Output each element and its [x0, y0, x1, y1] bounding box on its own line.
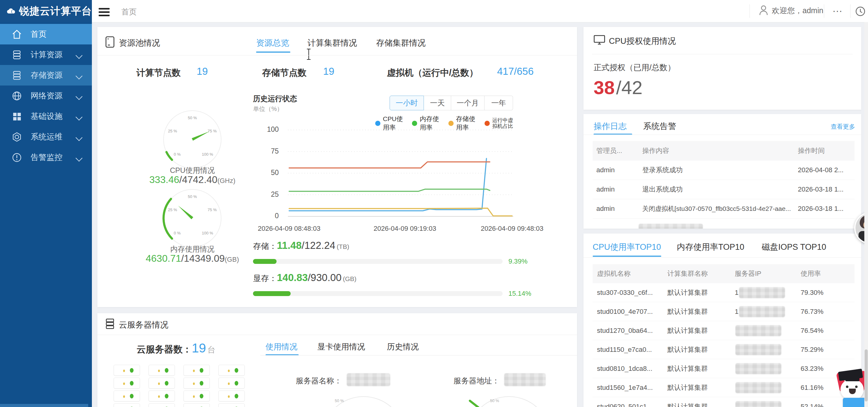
- svg-text:0 %: 0 %: [174, 152, 181, 156]
- history-chart-unit: 单位（%）: [253, 105, 283, 113]
- usage-rate: 76.73%: [801, 308, 855, 316]
- table-row[interactable]: admin 登录系统成功 2026-04-08 2...: [593, 161, 855, 180]
- server-ip: 1: [735, 287, 801, 298]
- tab-iops-top10[interactable]: 磁盘IOPS TOP10: [762, 241, 826, 253]
- status-strip: [0, 404, 88, 407]
- server-card[interactable]: [149, 403, 175, 407]
- svg-text:25 %: 25 %: [168, 207, 177, 212]
- server-card[interactable]: [149, 365, 175, 376]
- tab-system-alarm[interactable]: 系统告警: [643, 121, 676, 132]
- svg-text:75 %: 75 %: [208, 207, 217, 212]
- redacted-ip: [735, 382, 781, 393]
- y-tick-25: 25: [254, 190, 279, 199]
- server-card[interactable]: [218, 403, 245, 407]
- server-card[interactable]: [114, 390, 140, 402]
- cluster-name: 默认计算集群: [668, 288, 735, 297]
- server-card[interactable]: [149, 378, 175, 388]
- redacted-ip: [735, 401, 781, 407]
- storage-percent: 9.39%: [508, 257, 527, 265]
- server-card[interactable]: [149, 390, 175, 402]
- server-name-label: 服务器名称：: [296, 376, 342, 386]
- table-row[interactable]: stud0100_4e707...默认计算集群176.73%: [593, 302, 855, 321]
- server-card[interactable]: [183, 403, 210, 407]
- range-button-hour[interactable]: 一小时: [390, 96, 424, 110]
- ok-dot: [165, 394, 168, 399]
- y-tick-100: 100: [254, 125, 279, 134]
- alarm-monitor-icon: [12, 152, 22, 163]
- server-card[interactable]: [114, 403, 140, 407]
- stat-storage-nodes-label: 存储节点数: [262, 67, 307, 79]
- warn-dot: [228, 370, 230, 372]
- sidebar-item-home[interactable]: 首页: [0, 24, 92, 45]
- stat-storage-nodes-value: 19: [323, 66, 335, 77]
- table-row[interactable]: stud0620_501c1...默认计算集群52.14%: [593, 397, 855, 407]
- chevron-down-icon: [76, 52, 83, 59]
- clock-icon[interactable]: [855, 6, 866, 17]
- tab-usage[interactable]: 使用情况: [266, 341, 298, 352]
- col-vm: 虚拟机名称: [593, 269, 668, 278]
- scrollbar-thumb[interactable]: [865, 349, 868, 402]
- warn-dot: [193, 370, 195, 372]
- top10-table: 虚拟机名称 计算集群名称 服务器IP 使用率 stu307-0330_c6f..…: [593, 264, 855, 407]
- mascot-action-button[interactable]: [843, 398, 867, 407]
- chevron-down-icon: [76, 93, 83, 100]
- range-button-year[interactable]: 一年: [485, 96, 513, 110]
- stat-vm-label: 虚拟机（运行中/总数）: [387, 67, 478, 79]
- sidebar-item-ops[interactable]: 系统运维: [0, 126, 92, 147]
- table-row[interactable]: stu307-0330_c6f...默认计算集群179.30%: [593, 283, 855, 302]
- server-card[interactable]: [218, 390, 245, 402]
- tab-compute-cluster[interactable]: 计算集群情况: [308, 37, 357, 49]
- table-row-partial: [593, 219, 855, 229]
- server-card[interactable]: [183, 390, 210, 402]
- tab-resource-overview[interactable]: 资源总览: [256, 37, 289, 49]
- svg-text:100 %: 100 %: [202, 152, 213, 156]
- redacted-ip: [735, 344, 781, 355]
- vm-name: stu307-0330_c6f...: [593, 289, 668, 297]
- sidebar-item-network[interactable]: 网络资源: [0, 86, 92, 106]
- app-logo[interactable]: 锐捷云计算平台: [0, 0, 92, 22]
- table-row[interactable]: stud0810_1dca8...默认计算集群63.23%: [593, 359, 855, 378]
- top-nav-tab-home[interactable]: 首页: [121, 7, 136, 17]
- home-icon: [12, 29, 22, 39]
- storage-progress-fill: [253, 259, 277, 264]
- server-card[interactable]: [114, 378, 140, 388]
- sidebar-item-storage[interactable]: 存储资源: [0, 65, 92, 86]
- table-row[interactable]: admin 关闭虚拟机[stu307-0570_ffb03cc5-531d-4e…: [593, 199, 855, 219]
- table-row[interactable]: stud1560_1e7a4...默认计算集群61.16%: [593, 378, 855, 397]
- more-options-button[interactable]: …: [829, 2, 847, 14]
- server-card[interactable]: [218, 378, 245, 388]
- cpu-gauge-value: 333.46/4742.40(GHz): [131, 174, 254, 185]
- cluster-name: 默认计算集群: [668, 307, 735, 316]
- warn-dot: [158, 382, 160, 385]
- sidebar-item-compute[interactable]: 计算资源: [0, 45, 92, 65]
- server-card[interactable]: [183, 365, 210, 376]
- sidebar-item-alarm[interactable]: 告警监控: [0, 147, 92, 168]
- range-button-month[interactable]: 一个月: [451, 96, 485, 110]
- tab-op-log[interactable]: 操作日志: [594, 121, 627, 132]
- range-button-day[interactable]: 一天: [424, 96, 451, 110]
- ok-dot: [130, 368, 133, 373]
- chevron-down-icon: [76, 134, 83, 141]
- sidebar-item-infrastructure[interactable]: 基础设施: [0, 106, 92, 126]
- table-row[interactable]: stud1150_e7ca0...默认计算集群75.29%: [593, 340, 855, 359]
- server-card[interactable]: [114, 365, 140, 376]
- cloud-server-icon: [105, 318, 115, 329]
- tab-mem-top10[interactable]: 内存使用率TOP10: [677, 241, 744, 253]
- table-row[interactable]: stud1270_0ba64...默认计算集群76.54%: [593, 321, 855, 340]
- tab-storage-cluster[interactable]: 存储集群情况: [376, 37, 426, 49]
- tab-history[interactable]: 历史情况: [387, 341, 419, 352]
- divider: [97, 55, 577, 56]
- table-row[interactable]: admin 退出系统成功 2026-03-18 1...: [593, 180, 855, 199]
- user-menu[interactable]: 欢迎您，admin: [759, 5, 823, 16]
- x-tick-1: 2026-04-09 08:48:03: [243, 225, 335, 233]
- server-card[interactable]: [218, 365, 245, 376]
- server-card[interactable]: [183, 378, 210, 388]
- tab-cpu-top10[interactable]: CPU使用率TOP10: [593, 241, 661, 253]
- mini-gauge-tick: 50 %: [490, 399, 499, 403]
- view-more-link[interactable]: 查看更多: [831, 123, 855, 131]
- redacted-ip: [735, 363, 781, 374]
- menu-toggle-button[interactable]: [99, 6, 110, 18]
- ok-dot: [235, 381, 238, 385]
- ok-dot: [200, 381, 204, 385]
- tab-gpu-usage[interactable]: 显卡使用情况: [317, 341, 365, 352]
